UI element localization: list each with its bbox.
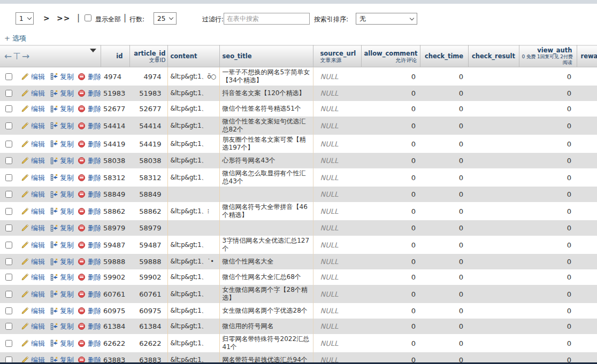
header-source-url[interactable]: source_url文章来源	[313, 45, 361, 67]
edit-link[interactable]: 编辑	[21, 290, 45, 298]
copy-link[interactable]: 复制	[50, 322, 74, 330]
delete-link[interactable]: 删除	[78, 290, 101, 298]
row-checkbox[interactable]	[5, 174, 12, 181]
delete-link[interactable]: 删除	[78, 307, 101, 315]
header-article-id[interactable]: article_id文章ID	[129, 45, 167, 67]
edit-link[interactable]: 编辑	[21, 224, 45, 232]
show-all-checkbox[interactable]	[85, 14, 91, 21]
cell-id: 59487	[101, 236, 129, 254]
copy-link[interactable]: 复制	[50, 339, 74, 347]
edit-link[interactable]: 编辑	[21, 307, 45, 315]
copy-link[interactable]: 复制	[50, 157, 74, 165]
filter-input[interactable]	[224, 13, 310, 25]
edit-link[interactable]: 编辑	[21, 273, 45, 281]
rows-select[interactable]: 25	[154, 12, 177, 25]
row-checkbox[interactable]	[5, 208, 12, 215]
copy-link[interactable]: 复制	[50, 174, 74, 182]
row-checkbox[interactable]	[5, 274, 12, 281]
delete-link[interactable]: 删除	[78, 322, 101, 330]
copy-row-icon	[50, 241, 58, 249]
copy-link[interactable]: 复制	[50, 224, 74, 232]
copy-link[interactable]: 复制	[50, 89, 74, 97]
row-checkbox[interactable]	[5, 258, 12, 265]
row-checkbox[interactable]	[5, 291, 12, 298]
dropdown-triangle-icon[interactable]	[90, 49, 96, 52]
row-checkbox[interactable]	[5, 90, 12, 97]
delete-link[interactable]: 删除	[78, 190, 101, 198]
header-view-auth[interactable]: view_auth0 免费 1回复可见 2付费 阅读	[519, 45, 577, 67]
header-id[interactable]: id	[101, 45, 129, 67]
copy-link[interactable]: 复制	[50, 105, 74, 113]
edit-link[interactable]: 编辑	[21, 258, 45, 266]
last-page-button[interactable]: >>	[57, 14, 70, 22]
edit-link[interactable]: 编辑	[21, 73, 45, 81]
edit-link[interactable]: 编辑	[21, 122, 45, 130]
copy-link[interactable]: 复制	[50, 122, 74, 130]
row-checkbox[interactable]	[5, 157, 12, 164]
copy-link[interactable]: 复制	[50, 73, 74, 81]
row-checkbox[interactable]	[5, 105, 12, 112]
copy-link[interactable]: 复制	[50, 241, 74, 249]
delete-link[interactable]: 删除	[78, 224, 101, 232]
delete-link[interactable]: 删除	[78, 73, 101, 81]
pencil-icon	[21, 322, 29, 330]
row-checkbox[interactable]	[5, 307, 12, 314]
top-panel-edge	[0, 0, 597, 4]
delete-link[interactable]: 删除	[78, 89, 101, 97]
rows-select-value: 25	[157, 15, 165, 22]
header-allow-comment[interactable]: allow_comment允许评论	[361, 45, 420, 67]
copy-link[interactable]: 复制	[50, 207, 74, 215]
edit-link[interactable]: 编辑	[21, 207, 45, 215]
copy-link[interactable]: 复制	[50, 258, 74, 266]
delete-link[interactable]: 删除	[78, 339, 101, 347]
page-select[interactable]: 1	[16, 12, 34, 25]
edit-link[interactable]: 编辑	[21, 190, 45, 198]
sort-select[interactable]: 无	[356, 13, 417, 25]
row-checkbox[interactable]	[5, 224, 12, 231]
delete-link[interactable]: 删除	[78, 174, 101, 182]
delete-link[interactable]: 删除	[78, 258, 101, 266]
copy-link[interactable]: 复制	[50, 273, 74, 281]
header-seo-title[interactable]: seo_title	[219, 45, 313, 67]
delete-link[interactable]: 删除	[78, 273, 101, 281]
edit-link[interactable]: 编辑	[21, 322, 45, 330]
edit-link[interactable]: 编辑	[21, 105, 45, 113]
edit-link[interactable]: 编辑	[21, 241, 45, 249]
edit-link[interactable]: 编辑	[21, 157, 45, 165]
delete-link[interactable]: 删除	[78, 207, 101, 215]
column-move-arrows[interactable]: ←⊤→	[4, 51, 30, 61]
row-checkbox[interactable]	[5, 73, 12, 80]
delete-link[interactable]: 删除	[78, 241, 101, 249]
cell-check-time: 0	[420, 101, 468, 117]
row-checkbox[interactable]	[5, 141, 12, 148]
delete-link[interactable]: 删除	[78, 157, 101, 165]
row-actions-cell: 编辑 复制	[0, 236, 101, 254]
cell-view-auth: 0	[519, 254, 577, 269]
row-checkbox[interactable]	[5, 323, 12, 330]
edit-link[interactable]: 编辑	[21, 339, 45, 347]
copy-row-icon	[50, 90, 58, 97]
copy-link[interactable]: 复制	[50, 290, 74, 298]
header-check-result[interactable]: check_result	[468, 45, 519, 67]
header-check-time[interactable]: check_time	[420, 45, 468, 67]
edit-link[interactable]: 编辑	[21, 174, 45, 182]
header-reward[interactable]: reward	[577, 45, 597, 67]
copy-link[interactable]: 复制	[50, 140, 74, 148]
delete-link[interactable]: 删除	[78, 140, 101, 148]
cell-source-url: NULL	[313, 334, 361, 352]
copy-link[interactable]: 复制	[50, 307, 74, 315]
row-checkbox[interactable]	[5, 122, 12, 129]
delete-link[interactable]: 删除	[78, 122, 101, 130]
next-page-button[interactable]: >	[43, 14, 50, 22]
options-toggle[interactable]: + 选项	[4, 34, 26, 43]
edit-link[interactable]: 编辑	[21, 89, 45, 97]
delete-link[interactable]: 删除	[78, 105, 101, 113]
copy-link[interactable]: 复制	[50, 190, 74, 198]
cell-id: 54414	[101, 117, 129, 135]
header-content[interactable]: content	[167, 45, 219, 67]
row-checkbox[interactable]	[5, 191, 12, 198]
row-actions-cell: 编辑 复制	[0, 153, 101, 168]
edit-link[interactable]: 编辑	[21, 140, 45, 148]
row-checkbox[interactable]	[5, 242, 12, 249]
row-checkbox[interactable]	[5, 340, 12, 347]
